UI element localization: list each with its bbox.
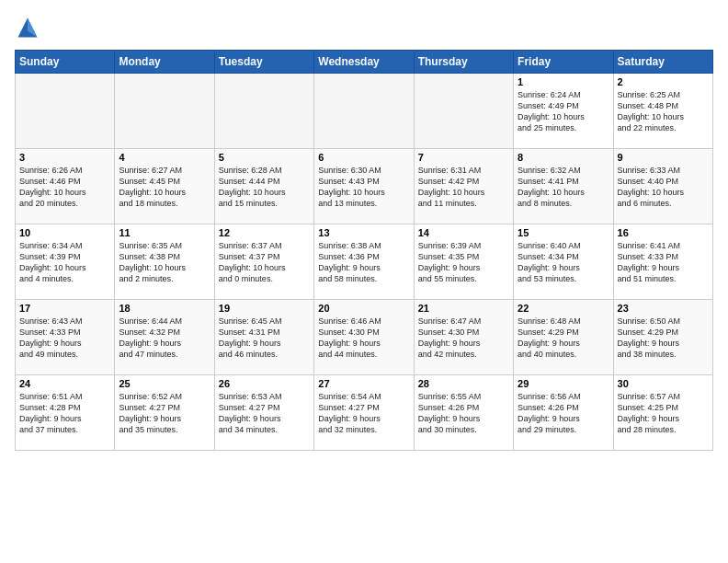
day-number: 23	[618, 303, 709, 314]
calendar-header-saturday: Saturday	[613, 51, 712, 74]
calendar-cell: 21Sunrise: 6:47 AM Sunset: 4:30 PM Dayli…	[414, 300, 513, 375]
day-number: 6	[318, 152, 409, 163]
calendar-cell: 2Sunrise: 6:25 AM Sunset: 4:48 PM Daylig…	[613, 74, 712, 149]
day-info: Sunrise: 6:32 AM Sunset: 4:41 PM Dayligh…	[518, 165, 609, 210]
logo-icon	[15, 15, 40, 40]
calendar-cell: 29Sunrise: 6:56 AM Sunset: 4:26 PM Dayli…	[514, 375, 613, 451]
day-info: Sunrise: 6:39 AM Sunset: 4:35 PM Dayligh…	[418, 240, 509, 285]
calendar-cell: 6Sunrise: 6:30 AM Sunset: 4:43 PM Daylig…	[314, 149, 414, 224]
calendar-cell: 20Sunrise: 6:46 AM Sunset: 4:30 PM Dayli…	[314, 300, 414, 375]
calendar-cell: 19Sunrise: 6:45 AM Sunset: 4:31 PM Dayli…	[214, 300, 313, 375]
day-info: Sunrise: 6:40 AM Sunset: 4:34 PM Dayligh…	[518, 240, 609, 285]
calendar-cell: 14Sunrise: 6:39 AM Sunset: 4:35 PM Dayli…	[414, 224, 513, 300]
day-info: Sunrise: 6:33 AM Sunset: 4:40 PM Dayligh…	[618, 165, 709, 210]
day-info: Sunrise: 6:37 AM Sunset: 4:37 PM Dayligh…	[219, 240, 310, 285]
day-info: Sunrise: 6:47 AM Sunset: 4:30 PM Dayligh…	[418, 316, 509, 361]
calendar-cell: 22Sunrise: 6:48 AM Sunset: 4:29 PM Dayli…	[514, 300, 613, 375]
day-info: Sunrise: 6:25 AM Sunset: 4:48 PM Dayligh…	[618, 89, 709, 134]
day-number: 9	[618, 152, 709, 163]
day-number: 11	[119, 227, 210, 238]
day-info: Sunrise: 6:28 AM Sunset: 4:44 PM Dayligh…	[219, 165, 310, 210]
calendar-cell: 12Sunrise: 6:37 AM Sunset: 4:37 PM Dayli…	[214, 224, 313, 300]
header	[15, 15, 713, 40]
calendar-cell: 23Sunrise: 6:50 AM Sunset: 4:29 PM Dayli…	[613, 300, 712, 375]
calendar-cell	[115, 74, 214, 149]
day-number: 27	[318, 378, 409, 389]
calendar-cell: 5Sunrise: 6:28 AM Sunset: 4:44 PM Daylig…	[214, 149, 313, 224]
calendar-cell	[314, 74, 414, 149]
day-info: Sunrise: 6:55 AM Sunset: 4:26 PM Dayligh…	[418, 391, 509, 436]
calendar-cell: 17Sunrise: 6:43 AM Sunset: 4:33 PM Dayli…	[16, 300, 115, 375]
day-info: Sunrise: 6:46 AM Sunset: 4:30 PM Dayligh…	[318, 316, 409, 361]
calendar-cell: 24Sunrise: 6:51 AM Sunset: 4:28 PM Dayli…	[16, 375, 115, 451]
day-number: 13	[318, 227, 409, 238]
day-number: 12	[219, 227, 310, 238]
day-info: Sunrise: 6:26 AM Sunset: 4:46 PM Dayligh…	[19, 165, 110, 210]
day-number: 2	[618, 76, 709, 87]
calendar-header-monday: Monday	[115, 51, 214, 74]
day-number: 4	[119, 152, 210, 163]
calendar-header-tuesday: Tuesday	[214, 51, 313, 74]
page: SundayMondayTuesdayWednesdayThursdayFrid…	[0, 0, 728, 563]
day-number: 26	[219, 378, 310, 389]
calendar-cell: 11Sunrise: 6:35 AM Sunset: 4:38 PM Dayli…	[115, 224, 214, 300]
day-info: Sunrise: 6:50 AM Sunset: 4:29 PM Dayligh…	[618, 316, 709, 361]
day-number: 20	[318, 303, 409, 314]
day-number: 16	[618, 227, 709, 238]
calendar-cell: 1Sunrise: 6:24 AM Sunset: 4:49 PM Daylig…	[514, 74, 613, 149]
day-number: 29	[518, 378, 609, 389]
day-info: Sunrise: 6:57 AM Sunset: 4:25 PM Dayligh…	[618, 391, 709, 436]
calendar-cell	[16, 74, 115, 149]
day-number: 28	[418, 378, 509, 389]
calendar-cell: 7Sunrise: 6:31 AM Sunset: 4:42 PM Daylig…	[414, 149, 513, 224]
calendar-cell	[214, 74, 313, 149]
day-number: 19	[219, 303, 310, 314]
calendar-cell: 15Sunrise: 6:40 AM Sunset: 4:34 PM Dayli…	[514, 224, 613, 300]
day-number: 1	[518, 76, 609, 87]
calendar-cell: 8Sunrise: 6:32 AM Sunset: 4:41 PM Daylig…	[514, 149, 613, 224]
calendar-cell: 25Sunrise: 6:52 AM Sunset: 4:27 PM Dayli…	[115, 375, 214, 451]
calendar-header-thursday: Thursday	[414, 51, 513, 74]
day-info: Sunrise: 6:54 AM Sunset: 4:27 PM Dayligh…	[318, 391, 409, 436]
day-info: Sunrise: 6:35 AM Sunset: 4:38 PM Dayligh…	[119, 240, 210, 285]
calendar-week-3: 10Sunrise: 6:34 AM Sunset: 4:39 PM Dayli…	[16, 224, 713, 300]
calendar-table: SundayMondayTuesdayWednesdayThursdayFrid…	[15, 50, 713, 451]
day-number: 22	[518, 303, 609, 314]
day-info: Sunrise: 6:44 AM Sunset: 4:32 PM Dayligh…	[119, 316, 210, 361]
day-info: Sunrise: 6:53 AM Sunset: 4:27 PM Dayligh…	[219, 391, 310, 436]
calendar-week-2: 3Sunrise: 6:26 AM Sunset: 4:46 PM Daylig…	[16, 149, 713, 224]
day-number: 10	[19, 227, 110, 238]
calendar-cell: 28Sunrise: 6:55 AM Sunset: 4:26 PM Dayli…	[414, 375, 513, 451]
calendar-cell: 10Sunrise: 6:34 AM Sunset: 4:39 PM Dayli…	[16, 224, 115, 300]
day-info: Sunrise: 6:52 AM Sunset: 4:27 PM Dayligh…	[119, 391, 210, 436]
day-number: 14	[418, 227, 509, 238]
day-info: Sunrise: 6:31 AM Sunset: 4:42 PM Dayligh…	[418, 165, 509, 210]
calendar-week-5: 24Sunrise: 6:51 AM Sunset: 4:28 PM Dayli…	[16, 375, 713, 451]
calendar-cell	[414, 74, 513, 149]
calendar-cell: 13Sunrise: 6:38 AM Sunset: 4:36 PM Dayli…	[314, 224, 414, 300]
day-info: Sunrise: 6:48 AM Sunset: 4:29 PM Dayligh…	[518, 316, 609, 361]
day-number: 3	[19, 152, 110, 163]
calendar-cell: 9Sunrise: 6:33 AM Sunset: 4:40 PM Daylig…	[613, 149, 712, 224]
day-number: 21	[418, 303, 509, 314]
day-info: Sunrise: 6:45 AM Sunset: 4:31 PM Dayligh…	[219, 316, 310, 361]
calendar-header-row: SundayMondayTuesdayWednesdayThursdayFrid…	[16, 51, 713, 74]
day-number: 8	[518, 152, 609, 163]
calendar-header-friday: Friday	[514, 51, 613, 74]
calendar-cell: 4Sunrise: 6:27 AM Sunset: 4:45 PM Daylig…	[115, 149, 214, 224]
day-info: Sunrise: 6:43 AM Sunset: 4:33 PM Dayligh…	[19, 316, 110, 361]
calendar-header-sunday: Sunday	[16, 51, 115, 74]
day-info: Sunrise: 6:51 AM Sunset: 4:28 PM Dayligh…	[19, 391, 110, 436]
day-number: 30	[618, 378, 709, 389]
day-info: Sunrise: 6:41 AM Sunset: 4:33 PM Dayligh…	[618, 240, 709, 285]
calendar-cell: 30Sunrise: 6:57 AM Sunset: 4:25 PM Dayli…	[613, 375, 712, 451]
calendar-cell: 27Sunrise: 6:54 AM Sunset: 4:27 PM Dayli…	[314, 375, 414, 451]
day-number: 24	[19, 378, 110, 389]
day-number: 17	[19, 303, 110, 314]
day-info: Sunrise: 6:30 AM Sunset: 4:43 PM Dayligh…	[318, 165, 409, 210]
calendar-header-wednesday: Wednesday	[314, 51, 414, 74]
day-info: Sunrise: 6:38 AM Sunset: 4:36 PM Dayligh…	[318, 240, 409, 285]
calendar-week-1: 1Sunrise: 6:24 AM Sunset: 4:49 PM Daylig…	[16, 74, 713, 149]
calendar-cell: 18Sunrise: 6:44 AM Sunset: 4:32 PM Dayli…	[115, 300, 214, 375]
calendar-cell: 16Sunrise: 6:41 AM Sunset: 4:33 PM Dayli…	[613, 224, 712, 300]
